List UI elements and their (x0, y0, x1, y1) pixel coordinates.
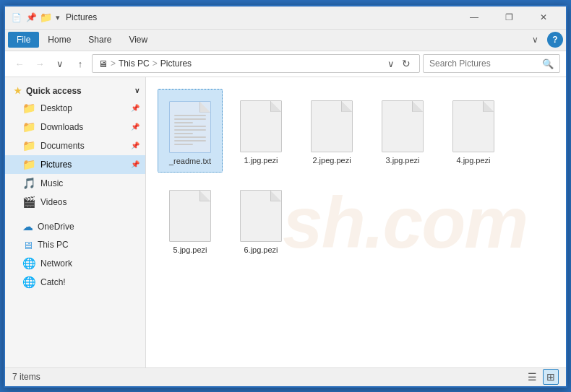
list-view-button[interactable]: ☰ (524, 369, 540, 385)
folder-icon: 📁 (40, 12, 51, 23)
file-item-1[interactable]: 1.jpg.pezi (228, 89, 293, 173)
file-item-6[interactable]: 6.jpg.pezi (228, 178, 293, 261)
title-bar: 📄 📌 📁 ▾ Pictures — ❐ ✕ (5, 6, 566, 30)
file-item-3[interactable]: 3.jpg.pezi (370, 89, 435, 173)
sidebar-item-network[interactable]: 🌐 Network (5, 254, 145, 273)
path-thispc[interactable]: This PC (119, 58, 150, 69)
file-label-readme: _readme.txt (169, 156, 211, 166)
doc-icon-1 (240, 100, 282, 152)
menu-expand-chevron[interactable]: ∨ (526, 32, 544, 48)
star-icon: ★ (14, 86, 22, 96)
menu-home[interactable]: Home (39, 32, 80, 48)
file-icon: 📄 (11, 12, 22, 23)
sidebar-label-catch: Catch! (40, 277, 66, 287)
path-sep-2: > (153, 58, 158, 69)
folder-icon-videos: 🎬 (22, 196, 36, 209)
sidebar-label-pictures: Pictures (40, 160, 72, 170)
files-grid: _readme.txt 1.jpg.pezi 2.jpeg.pezi (146, 77, 566, 273)
pin-icon-desktop: 📌 (131, 104, 139, 112)
file-icon-5 (166, 184, 215, 242)
quick-access-chevron: ∨ (134, 87, 139, 95)
sidebar-label-desktop: Desktop (40, 103, 72, 113)
onedrive-icon: ☁ (22, 220, 33, 233)
folder-icon-desktop: 📁 (22, 102, 36, 115)
file-icon-2 (307, 95, 356, 152)
sidebar-item-pictures[interactable]: 📁 Pictures 📌 (5, 155, 145, 174)
doc-line (174, 126, 206, 127)
sidebar-item-catch[interactable]: 🌐 Catch! (5, 273, 145, 292)
path-dropdown-arrow[interactable]: ∨ (385, 58, 398, 69)
sidebar-item-videos[interactable]: 🎬 Videos (5, 193, 145, 212)
file-item-2[interactable]: 2.jpeg.pezi (299, 89, 364, 173)
sidebar-label-network: Network (40, 258, 72, 269)
up-directory-button[interactable]: ↑ (72, 55, 89, 72)
sidebar-label-onedrive: OneDrive (38, 222, 74, 232)
forward-button[interactable]: → (31, 55, 48, 72)
doc-icon-readme (169, 101, 211, 153)
grid-view-button[interactable]: ⊞ (543, 369, 559, 385)
refresh-button[interactable]: ↻ (399, 58, 413, 69)
menu-view[interactable]: View (120, 32, 156, 48)
doc-line (174, 140, 206, 141)
folder-icon-documents: 📁 (22, 139, 36, 152)
doc-icon-3 (382, 100, 424, 152)
sidebar-item-thispc[interactable]: 🖥 This PC (5, 236, 145, 254)
view-toggle-buttons: ☰ ⊞ (524, 369, 559, 385)
file-label-6: 6.jpg.pezi (244, 245, 278, 255)
pin-icon-downloads: 📌 (131, 123, 139, 131)
menu-file[interactable]: File (8, 32, 39, 48)
title-bar-icons: 📄 📌 📁 ▾ (11, 12, 60, 23)
sidebar: ★ Quick access ∨ 📁 Desktop 📌 📁 Downloads… (5, 77, 146, 367)
path-pictures[interactable]: Pictures (160, 58, 192, 69)
search-icon: 🔍 (542, 58, 554, 69)
sidebar-item-music[interactable]: 🎵 Music (5, 174, 145, 193)
path-home-icon: 🖥 (98, 58, 108, 69)
thispc-icon: 🖥 (22, 239, 33, 251)
sidebar-quick-access[interactable]: ★ Quick access ∨ (5, 83, 145, 99)
minimize-button[interactable]: — (458, 7, 491, 27)
doc-icon-4 (452, 100, 494, 152)
sidebar-label-downloads: Downloads (40, 122, 83, 132)
window-controls: — ❐ ✕ (458, 7, 560, 27)
folder-icon-music: 🎵 (22, 177, 36, 190)
sidebar-item-onedrive[interactable]: ☁ OneDrive (5, 217, 145, 236)
sidebar-item-desktop[interactable]: 📁 Desktop 📌 (5, 99, 145, 118)
network-icon: 🌐 (22, 257, 36, 270)
file-item-5[interactable]: 5.jpg.pezi (158, 178, 223, 261)
up-arrow-button[interactable]: ∨ (51, 55, 69, 72)
sidebar-label-thispc: This PC (38, 240, 69, 250)
window-title: Pictures (66, 12, 458, 22)
address-path[interactable]: 🖥 > This PC > Pictures ∨ ↻ (92, 54, 420, 73)
doc-line (174, 129, 206, 131)
dropdown-arrow-titlebar[interactable]: ▾ (56, 13, 60, 22)
back-button[interactable]: ← (11, 55, 28, 72)
pin-icon-documents: 📌 (131, 141, 139, 149)
sidebar-item-documents[interactable]: 📁 Documents 📌 (5, 136, 145, 155)
sidebar-label-documents: Documents (40, 141, 85, 151)
content-area: sh.com (146, 77, 566, 367)
doc-line (174, 133, 193, 134)
restore-button[interactable]: ❐ (492, 7, 525, 27)
main-area: ★ Quick access ∨ 📁 Desktop 📌 📁 Downloads… (5, 77, 566, 367)
path-sep-1: > (111, 58, 116, 69)
file-icon-3 (378, 95, 427, 152)
file-item-4[interactable]: 4.jpg.pezi (441, 89, 506, 173)
pin-icon: 📌 (25, 12, 37, 23)
file-item-readme[interactable]: _readme.txt (158, 89, 223, 173)
catch-icon: 🌐 (22, 276, 36, 289)
menu-share[interactable]: Share (80, 32, 120, 48)
doc-icon-2 (311, 100, 353, 152)
file-label-2: 2.jpeg.pezi (312, 155, 351, 165)
sidebar-label-videos: Videos (40, 197, 66, 207)
status-bar: 7 items ☰ ⊞ (5, 367, 566, 386)
menu-bar: File Home Share View ∨ ? (5, 30, 566, 51)
file-icon-1 (236, 95, 286, 152)
sidebar-item-downloads[interactable]: 📁 Downloads 📌 (5, 118, 145, 136)
search-box[interactable]: 🔍 (423, 54, 560, 73)
close-button[interactable]: ✕ (527, 7, 560, 27)
folder-icon-downloads: 📁 (22, 121, 36, 134)
doc-line (174, 136, 206, 138)
search-input[interactable] (429, 58, 538, 69)
address-bar: ← → ∨ ↑ 🖥 > This PC > Pictures ∨ ↻ 🔍 (5, 51, 566, 77)
help-button[interactable]: ? (547, 32, 563, 48)
